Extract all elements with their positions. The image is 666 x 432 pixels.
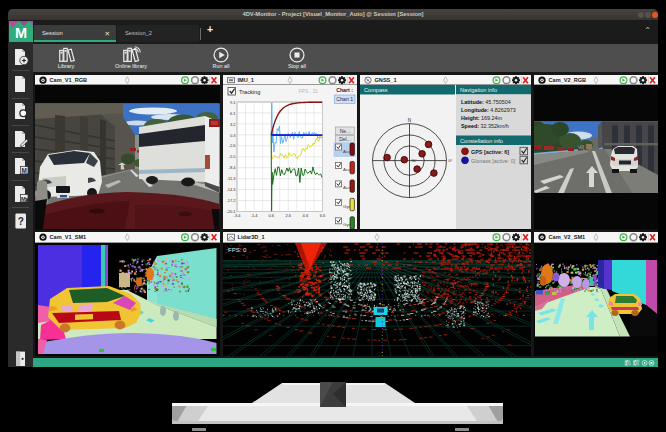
svg-text:M: M [22, 167, 27, 174]
svg-text:IMU_1: IMU_1 [237, 77, 253, 83]
svg-text:Del...: Del... [339, 136, 351, 142]
svg-text:FPS : 31: FPS : 31 [298, 88, 318, 94]
svg-text:Ne...: Ne... [339, 128, 350, 134]
svg-text:-8.4: -8.4 [228, 165, 236, 170]
svg-text:-3.4: -3.4 [233, 213, 241, 218]
svg-text:Cam_V1_RGB: Cam_V1_RGB [50, 77, 88, 83]
svg-text:Navigation info: Navigation info [460, 87, 497, 93]
svg-text:6.1: 6.1 [229, 111, 235, 116]
svg-text:3.2: 3.2 [229, 122, 235, 127]
svg-text:M: M [21, 195, 26, 201]
svg-text:9.1: 9.1 [229, 100, 235, 105]
svg-text:N: N [407, 118, 410, 123]
svg-text:Cam_V2_SM1: Cam_V2_SM1 [548, 234, 585, 240]
svg-text:2.6: 2.6 [285, 213, 291, 218]
svg-text:0.6: 0.6 [268, 213, 274, 218]
svg-text:Cam_V1_SM1: Cam_V1_SM1 [50, 234, 87, 240]
svg-text:Longitude: 4.8262973: Longitude: 4.8262973 [461, 107, 516, 113]
svg-text:0°: 0° [448, 158, 452, 163]
svg-text:-14.3: -14.3 [226, 187, 236, 192]
svg-text:Latitude: 45.750504: Latitude: 45.750504 [461, 99, 511, 105]
svg-text:?: ? [18, 216, 24, 227]
svg-text:Chart 1: Chart 1 [336, 96, 353, 102]
svg-text:FPS: 0: FPS: 0 [228, 246, 247, 252]
svg-text:Constellation info: Constellation info [460, 138, 503, 144]
svg-text:GNSS_1: GNSS_1 [374, 77, 396, 83]
svg-text:Tracking: Tracking [239, 89, 260, 95]
svg-text:Glonass [active: 0]: Glonass [active: 0] [471, 158, 516, 164]
svg-text:90°: 90° [411, 159, 417, 163]
svg-text:-11.3: -11.3 [226, 176, 236, 181]
svg-text:Lidar3D_1: Lidar3D_1 [237, 234, 264, 240]
svg-text:-5.5: -5.5 [228, 154, 236, 159]
svg-text:Compass: Compass [364, 87, 388, 93]
svg-text:Speed: 32.352km/h: Speed: 32.352km/h [461, 123, 509, 129]
svg-text:Chart :: Chart : [336, 87, 353, 93]
svg-text:-2.6: -2.6 [228, 143, 236, 148]
svg-text:4.6: 4.6 [302, 213, 308, 218]
svg-text:Cam_V2_RGB: Cam_V2_RGB [548, 77, 586, 83]
svg-text:-17.2: -17.2 [226, 198, 236, 203]
svg-text:M: M [15, 25, 27, 41]
svg-text:0.3: 0.3 [229, 133, 235, 138]
svg-text:Height: 169.24m: Height: 169.24m [461, 115, 503, 121]
svg-text:6.6: 6.6 [319, 213, 325, 218]
svg-text:-1.4: -1.4 [250, 213, 258, 218]
svg-text:GPS [active: 6]: GPS [active: 6] [471, 149, 509, 155]
